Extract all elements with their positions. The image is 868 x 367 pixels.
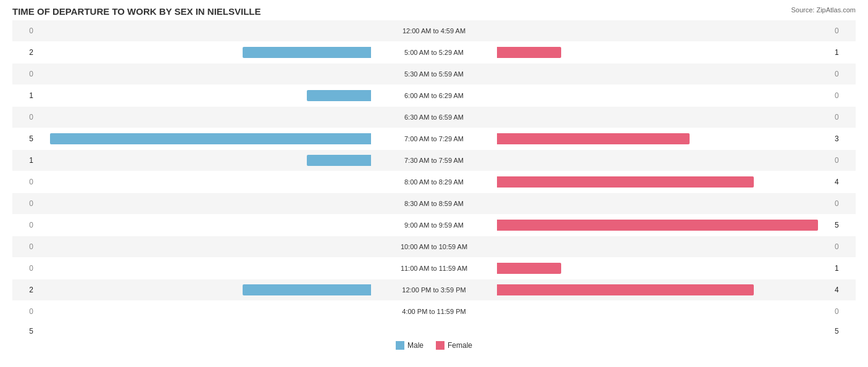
female-bar xyxy=(497,133,690,144)
female-bar-container xyxy=(496,218,831,232)
male-bar-container xyxy=(37,132,372,146)
female-value: 0 xyxy=(831,307,856,316)
male-value: 0 xyxy=(12,27,37,35)
bar-section: 7:30 AM to 7:59 AM xyxy=(37,150,831,171)
male-value: 0 xyxy=(12,242,37,251)
bar-section: 6:00 AM to 6:29 AM xyxy=(37,85,831,106)
female-bar-container xyxy=(496,46,831,59)
legend-female-box xyxy=(436,341,444,350)
female-bar-container xyxy=(496,262,831,275)
legend-male-box xyxy=(396,341,404,350)
bar-section: 12:00 PM to 3:59 PM xyxy=(37,279,831,300)
male-bar xyxy=(243,47,371,58)
male-value: 0 xyxy=(12,307,37,316)
time-label: 7:00 AM to 7:29 AM xyxy=(372,135,496,142)
chart-title: TIME OF DEPARTURE TO WORK BY SEX IN NIEL… xyxy=(12,6,856,17)
bar-section: 12:00 AM to 4:59 AM xyxy=(37,20,831,41)
bar-section: 9:00 AM to 9:59 AM xyxy=(37,215,831,236)
bar-section: 8:30 AM to 8:59 AM xyxy=(37,193,831,214)
female-value: 1 xyxy=(831,48,856,57)
time-label: 5:00 AM to 5:29 AM xyxy=(372,49,496,56)
time-label: 5:30 AM to 5:59 AM xyxy=(372,70,496,78)
table-row: 0 8:00 AM to 8:29 AM 4 xyxy=(12,171,856,192)
male-bar-container xyxy=(37,283,372,297)
male-bar-container xyxy=(37,154,372,167)
table-row: 0 5:30 AM to 5:59 AM 0 xyxy=(12,64,856,85)
male-value: 1 xyxy=(12,156,37,165)
female-bar-container xyxy=(496,67,831,81)
male-bar-container xyxy=(37,305,372,318)
male-bar-container xyxy=(37,197,372,210)
legend: Male Female xyxy=(12,341,856,350)
table-row: 0 11:00 AM to 11:59 AM 1 xyxy=(12,258,856,279)
table-row: 1 6:00 AM to 6:29 AM 0 xyxy=(12,85,856,106)
female-bar-container xyxy=(496,197,831,210)
time-label: 12:00 PM to 3:59 PM xyxy=(372,286,496,294)
female-bar-container xyxy=(496,283,831,297)
axis-row: 5 5 xyxy=(12,325,856,337)
table-row: 0 10:00 AM to 10:59 AM 0 xyxy=(12,236,856,257)
bar-section: 6:30 AM to 6:59 AM xyxy=(37,107,831,128)
male-value: 0 xyxy=(12,264,37,273)
female-bar xyxy=(497,176,754,188)
male-value: 0 xyxy=(12,178,37,186)
time-label: 11:00 AM to 11:59 AM xyxy=(372,265,496,272)
female-value: 0 xyxy=(831,156,856,165)
chart-area: 0 12:00 AM to 4:59 AM 0 2 5:00 AM to 5:2… xyxy=(12,20,856,323)
female-bar-container xyxy=(496,89,831,102)
legend-male: Male xyxy=(396,341,424,350)
bar-section: 5:00 AM to 5:29 AM xyxy=(37,42,831,63)
female-value: 0 xyxy=(831,242,856,251)
male-bar-container xyxy=(37,89,372,102)
female-value: 1 xyxy=(831,264,856,273)
chart-container: TIME OF DEPARTURE TO WORK BY SEX IN NIEL… xyxy=(0,0,868,367)
table-row: 0 9:00 AM to 9:59 AM 5 xyxy=(12,215,856,236)
female-value: 0 xyxy=(831,91,856,100)
table-row: 2 5:00 AM to 5:29 AM 1 xyxy=(12,42,856,63)
female-bar-container xyxy=(496,132,831,146)
time-label: 8:30 AM to 8:59 AM xyxy=(372,200,496,207)
legend-male-label: Male xyxy=(407,341,424,350)
female-bar-container xyxy=(496,154,831,167)
bar-section: 7:00 AM to 7:29 AM xyxy=(37,128,831,149)
table-row: 5 7:00 AM to 7:29 AM 3 xyxy=(12,128,856,149)
male-value: 2 xyxy=(12,48,37,57)
male-bar xyxy=(307,155,371,166)
axis-left-label: 5 xyxy=(12,327,37,336)
time-label: 6:00 AM to 6:29 AM xyxy=(372,92,496,99)
female-value: 4 xyxy=(831,286,856,294)
male-value: 0 xyxy=(12,70,37,78)
male-value: 1 xyxy=(12,91,37,100)
bar-section: 10:00 AM to 10:59 AM xyxy=(37,236,831,257)
male-bar xyxy=(243,284,371,295)
time-label: 8:00 AM to 8:29 AM xyxy=(372,178,496,186)
female-bar xyxy=(497,284,754,295)
table-row: 0 4:00 PM to 11:59 PM 0 xyxy=(12,301,856,322)
male-bar-container xyxy=(37,175,372,189)
bar-section: 11:00 AM to 11:59 AM xyxy=(37,258,831,279)
male-bar-container xyxy=(37,24,372,38)
bar-section: 8:00 AM to 8:29 AM xyxy=(37,171,831,192)
table-row: 2 12:00 PM to 3:59 PM 4 xyxy=(12,279,856,300)
male-value: 0 xyxy=(12,113,37,122)
female-bar-container xyxy=(496,240,831,254)
female-bar xyxy=(497,220,818,231)
male-bar-container xyxy=(37,67,372,81)
male-bar-container xyxy=(37,240,372,254)
male-bar-container xyxy=(37,46,372,59)
female-value: 0 xyxy=(831,199,856,208)
male-value: 0 xyxy=(12,221,37,229)
bar-section: 4:00 PM to 11:59 PM xyxy=(37,301,831,322)
time-label: 4:00 PM to 11:59 PM xyxy=(372,308,496,315)
male-value: 0 xyxy=(12,199,37,208)
axis-right-label: 5 xyxy=(831,327,856,336)
male-bar xyxy=(307,90,371,101)
female-bar-container xyxy=(496,175,831,189)
legend-female-label: Female xyxy=(448,341,472,350)
time-label: 7:30 AM to 7:59 AM xyxy=(372,157,496,164)
time-label: 12:00 AM to 4:59 AM xyxy=(372,27,496,35)
table-row: 1 7:30 AM to 7:59 AM 0 xyxy=(12,150,856,171)
male-bar-container xyxy=(37,110,372,124)
source-label: Source: ZipAtlas.com xyxy=(791,6,856,14)
male-value: 2 xyxy=(12,286,37,294)
